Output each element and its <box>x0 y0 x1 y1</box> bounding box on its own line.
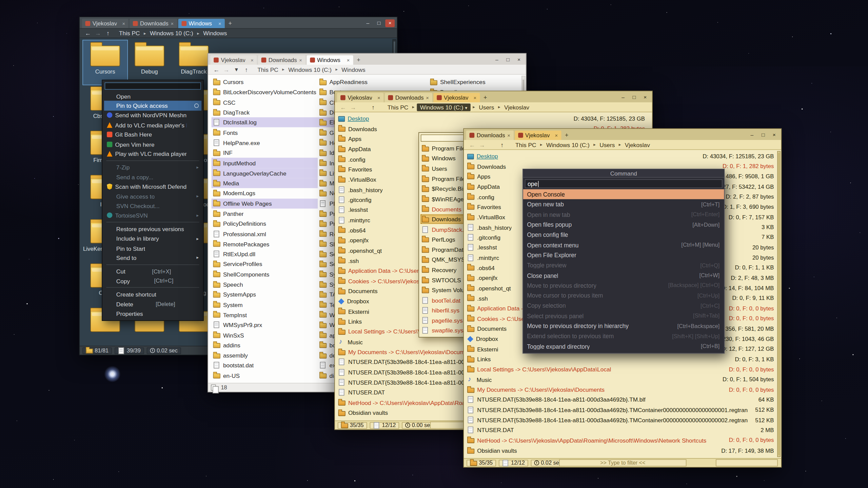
close-button[interactable]: × <box>385 19 395 27</box>
file-row[interactable]: Speech <box>212 279 318 289</box>
back-button[interactable]: ← <box>338 104 348 110</box>
tab[interactable]: Vjekoslav × <box>82 19 129 28</box>
breadcrumb-item[interactable]: This PC▾ <box>386 104 410 110</box>
tab[interactable]: Vjekoslav × <box>515 130 561 140</box>
context-menu-item[interactable]: Open ▸ <box>104 91 201 101</box>
file-row[interactable]: Desktop D: 43034, F: 125185, 23 GB <box>335 114 647 124</box>
close-button[interactable]: × <box>769 131 779 139</box>
breadcrumb-item[interactable]: Windows 10 (C:)▾ <box>545 141 591 148</box>
file-row[interactable]: NTUSER.DAT{53b39e88-18c4-11ea-a811-000d3… <box>464 405 776 415</box>
filter-input[interactable]: >> Type to filter << <box>559 459 687 466</box>
new-tab-button[interactable]: + <box>481 94 490 102</box>
up-button[interactable]: ↑ <box>241 66 251 73</box>
file-row[interactable]: Offline Web Pages <box>212 198 318 208</box>
close-button[interactable]: × <box>514 56 524 64</box>
breadcrumb-item[interactable]: Users▾ <box>477 104 496 110</box>
file-row[interactable]: Links D: 0, F: 3, 1 KB <box>464 354 776 364</box>
context-menu-item[interactable]: ▸ <box>104 159 201 162</box>
tab[interactable]: Downloads × <box>258 55 305 65</box>
palette-command-item[interactable]: Close panel [Ctrl+W] <box>523 270 724 280</box>
breadcrumb-item[interactable]: Windows 10 (C:)▾ <box>417 103 471 111</box>
minimize-button[interactable]: – <box>492 56 501 64</box>
tab-close-icon[interactable]: × <box>171 21 174 26</box>
file-row[interactable]: My Documents -> C:\Users\Vjekoslav\Docum… <box>464 385 776 395</box>
maximize-button[interactable]: □ <box>629 94 639 101</box>
file-row[interactable]: BitLockerDiscoveryVolumeContents <box>212 87 318 97</box>
file-row[interactable]: Obsidian vaults D: 17, F: 149, 38 MB <box>464 445 776 455</box>
up-button[interactable]: ↑ <box>368 104 378 110</box>
forward-button[interactable]: → <box>221 66 231 73</box>
minimize-button[interactable]: – <box>363 19 373 27</box>
context-menu-item[interactable]: Scan with Microsoft Defender... ▸ <box>104 182 201 191</box>
context-menu-item[interactable]: Pin to Quick access ▸ <box>104 101 201 110</box>
file-row[interactable]: INF <box>212 148 318 158</box>
context-menu-item[interactable]: Send with NordVPN Meshnet ▸ <box>104 110 201 120</box>
tab-close-icon[interactable]: × <box>299 57 302 63</box>
file-row[interactable]: ServiceProfiles <box>212 259 318 269</box>
file-row[interactable]: Media <box>212 178 318 188</box>
new-tab-button[interactable]: + <box>226 19 235 28</box>
new-tab-button[interactable]: + <box>354 56 363 65</box>
file-row[interactable]: assembly <box>212 350 318 360</box>
breadcrumb-item[interactable]: This PC▾ <box>514 141 538 148</box>
palette-command-item[interactable]: Open new tab [Ctrl+T] <box>523 199 724 209</box>
context-menu-item[interactable]: Send a copy... ▸ <box>104 172 201 182</box>
up-button[interactable]: ↑ <box>497 141 507 148</box>
breadcrumb-item[interactable]: This PC▾ <box>117 30 141 37</box>
file-row[interactable]: RemotePackages <box>212 239 318 249</box>
scrollbar-thumb[interactable] <box>778 153 780 455</box>
file-row[interactable]: NTUSER.DAT{53b39e88-18c4-11ea-a811-000d3… <box>464 394 776 405</box>
file-row[interactable]: Panther <box>212 208 318 219</box>
tab-close-icon[interactable]: × <box>555 133 558 138</box>
close-button[interactable]: × <box>640 94 650 101</box>
tab-close-icon[interactable]: × <box>474 95 477 100</box>
context-menu-item[interactable]: Cut [Ctrl+X] ▸ <box>104 266 201 276</box>
context-menu-item[interactable]: Git Bash Here ▸ <box>104 130 201 139</box>
palette-command-item[interactable]: Open Console <box>523 189 724 199</box>
forward-button[interactable]: → <box>477 141 487 148</box>
new-tab-button[interactable]: + <box>562 131 571 140</box>
tab[interactable]: Vjekoslav × <box>337 93 383 102</box>
file-row[interactable]: DiagTrack <box>212 107 318 118</box>
file-row[interactable]: ShellExperiences <box>429 77 526 87</box>
context-menu-item[interactable]: Properties ▸ <box>104 309 201 318</box>
back-button[interactable]: ← <box>467 141 477 148</box>
tab[interactable]: Windows × <box>178 19 224 28</box>
context-menu-item[interactable]: Delete [Delete] ▸ <box>104 299 201 309</box>
forward-button[interactable]: → <box>348 104 358 110</box>
breadcrumb-item[interactable]: Windows 10 (C:)▾ <box>148 30 195 37</box>
file-row[interactable]: WinSxS <box>212 330 318 340</box>
file-row[interactable]: Cursors <box>212 77 318 87</box>
tab[interactable]: Windows × <box>307 55 353 65</box>
file-row[interactable]: CSC <box>212 97 318 107</box>
file-row[interactable]: ShellComponents <box>212 269 318 280</box>
palette-command-item[interactable]: Open File Explorer <box>523 250 724 260</box>
file-row[interactable]: en-US <box>212 370 318 381</box>
file-row[interactable]: Desktop D: 43034, F: 125185, 23 GB <box>464 151 776 161</box>
tab-close-icon[interactable]: × <box>122 21 125 26</box>
file-row[interactable]: LanguageOverlayCache <box>212 168 318 178</box>
context-menu-item[interactable]: Add to VLC media player's Playlist ▸ <box>104 120 201 130</box>
file-row[interactable]: WMSysPr9.prx <box>212 320 318 330</box>
file-row[interactable]: Local Settings -> C:\Users\Vjekoslav\App… <box>464 364 776 374</box>
palette-command-item[interactable]: Open context menu [Ctrl+M] [Menu] <box>523 240 724 250</box>
context-menu-item[interactable]: SVN Checkout... ▸ <box>104 201 201 210</box>
context-menu-item[interactable]: Give access to ▸ <box>104 191 201 201</box>
palette-command-item[interactable]: Move cursor to previous item [Ctrl+Up] <box>523 290 724 301</box>
grid-item[interactable]: Debug <box>127 40 172 85</box>
tab-close-icon[interactable]: × <box>507 133 510 138</box>
breadcrumb-item[interactable]: This PC▾ <box>256 66 280 73</box>
context-menu-item[interactable]: Play with VLC media player ▸ <box>104 149 201 159</box>
context-menu-item[interactable]: TortoiseSVN ▸ <box>104 211 201 220</box>
context-menu-item[interactable]: ▸ <box>104 286 201 289</box>
tab-close-icon[interactable]: × <box>347 57 350 63</box>
breadcrumb-item[interactable]: Users▾ <box>598 141 616 148</box>
tab-close-icon[interactable]: × <box>426 95 429 100</box>
palette-command-item[interactable]: Select previous panel [Shift+Tab] <box>523 311 724 321</box>
file-row[interactable]: InputMethod <box>212 158 318 168</box>
tab-close-icon[interactable]: × <box>218 21 221 26</box>
maximize-button[interactable]: □ <box>503 56 513 64</box>
palette-command-item[interactable]: Open in new tab [Ctrl+Enter] <box>523 209 724 220</box>
breadcrumb-item[interactable]: Vjekoslav▾ <box>502 104 531 110</box>
back-button[interactable]: ← <box>212 66 221 73</box>
